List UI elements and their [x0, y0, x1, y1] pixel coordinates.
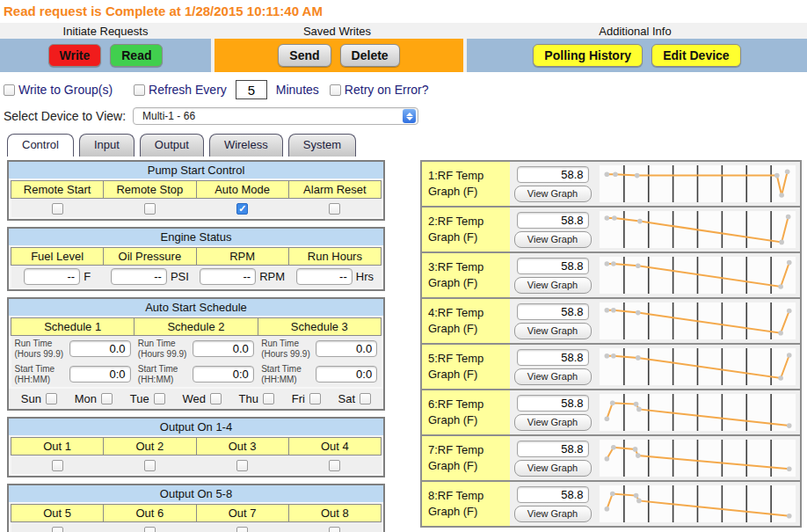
rf-temp-row: 4:RF Temp Graph (F)View Graph — [420, 297, 802, 345]
rpm-input[interactable] — [200, 268, 256, 285]
day-sun-checkbox[interactable] — [46, 393, 57, 404]
schedule1-run-time-input[interactable] — [69, 340, 131, 357]
write-button[interactable]: Write — [48, 44, 102, 67]
auto-mode-checkbox[interactable] — [236, 203, 248, 215]
day-wed-checkbox[interactable] — [210, 393, 222, 404]
tab-output[interactable]: Output — [140, 134, 204, 157]
rf-row-controls: View Graph — [510, 436, 595, 480]
rf-row-label: 2:RF Temp Graph (F) — [422, 208, 510, 251]
rf-sparkline — [600, 440, 796, 477]
write-to-groups-checkbox[interactable] — [4, 84, 15, 96]
view-graph-button[interactable]: View Graph — [514, 231, 592, 248]
rf-row-label: 3:RF Temp Graph (F) — [422, 253, 510, 297]
rf-temp-value-input[interactable] — [517, 166, 589, 183]
schedule1-start-time-input[interactable] — [69, 366, 131, 383]
run-time-label: Run Time(Hours 99.9) — [15, 339, 66, 359]
day-wed-label: Wed — [182, 392, 206, 405]
send-button[interactable]: Send — [278, 44, 331, 67]
rf-sparkline — [600, 257, 796, 294]
rf-sparkline-cell — [595, 390, 800, 434]
rf-row-label: 7:RF Temp Graph (F) — [422, 436, 510, 480]
column-header: Remote Stop — [104, 181, 196, 199]
column-header: Run Hours — [288, 248, 381, 266]
remote-start-checkbox[interactable] — [52, 203, 63, 215]
rf-temp-row: 1:RF Temp Graph (F)View Graph — [420, 160, 802, 208]
start-time-label: Start Time(HH:MM) — [261, 364, 312, 384]
rf-row-controls: View Graph — [510, 482, 595, 526]
view-graph-button[interactable]: View Graph — [514, 460, 592, 477]
oil-pressure-unit: PSI — [171, 270, 189, 283]
rf-sparkline — [600, 348, 796, 385]
alarm-reset-checkbox[interactable] — [329, 203, 340, 215]
out2-checkbox[interactable] — [144, 460, 156, 471]
day-thu-checkbox[interactable] — [263, 393, 274, 404]
fuel-level-input[interactable] — [24, 268, 80, 285]
rf-temp-value-input[interactable] — [517, 395, 589, 412]
oil-pressure-input[interactable] — [111, 268, 167, 285]
out5-checkbox[interactable] — [52, 527, 63, 532]
rf-temp-value-input[interactable] — [517, 212, 589, 229]
schedule3-run-time-input[interactable] — [316, 340, 377, 357]
rf-temp-row: 6:RF Temp Graph (F)View Graph — [420, 389, 802, 436]
rf-temp-value-input[interactable] — [517, 349, 589, 366]
column-header: Schedule 1 — [11, 318, 134, 336]
retry-on-error-checkbox[interactable] — [330, 84, 341, 96]
tab-system[interactable]: System — [288, 134, 356, 157]
day-sat-label: Sat — [338, 392, 356, 405]
rf-sparkline-cell — [595, 299, 800, 343]
rf-temp-value-input[interactable] — [517, 258, 589, 274]
action-bar: Write Read Send Delete Polling History E… — [0, 39, 807, 72]
start-time-label: Start Time(HH:MM) — [15, 364, 66, 384]
initiate-requests-header: Initiate Requests — [0, 25, 211, 38]
schedule2-start-time-input[interactable] — [193, 366, 254, 383]
additional-info-header: Additional Info — [463, 25, 807, 38]
day-sat-checkbox[interactable] — [360, 393, 371, 404]
day-tue-checkbox[interactable] — [154, 393, 165, 404]
polling-history-button[interactable]: Polling History — [533, 44, 643, 67]
tab-control[interactable]: Control — [7, 134, 74, 157]
delete-button[interactable]: Delete — [340, 44, 400, 67]
out1-checkbox[interactable] — [52, 460, 63, 471]
schedule2-run-time-input[interactable] — [193, 340, 254, 357]
column-header: Out 3 — [196, 438, 288, 455]
view-graph-button[interactable]: View Graph — [514, 368, 592, 385]
out4-checkbox[interactable] — [329, 460, 340, 471]
rf-temp-value-input[interactable] — [517, 486, 589, 503]
device-select[interactable]: Multi-1 - 66 — [133, 107, 418, 125]
day-thu-label: Thu — [239, 392, 258, 405]
view-graph-button[interactable]: View Graph — [514, 186, 592, 202]
column-header: Schedule 3 — [258, 318, 381, 336]
rf-temp-value-input[interactable] — [517, 303, 589, 320]
view-graph-button[interactable]: View Graph — [514, 506, 592, 522]
rf-sparkline-cell — [595, 482, 800, 526]
tab-wireless[interactable]: Wireless — [209, 134, 283, 157]
day-mon-checkbox[interactable] — [101, 393, 113, 404]
view-graph-button[interactable]: View Graph — [514, 414, 592, 431]
rf-temp-value-input[interactable] — [517, 441, 589, 457]
day-fri-checkbox[interactable] — [309, 393, 321, 404]
run-time-label: Run Time(Hours 99.9) — [261, 339, 312, 359]
run-hours-unit: Hrs — [356, 270, 374, 283]
schedule3-start-time-input[interactable] — [316, 366, 377, 383]
view-graph-button[interactable]: View Graph — [514, 323, 592, 339]
minutes-label: Minutes — [276, 83, 319, 97]
read-button[interactable]: Read — [110, 44, 163, 67]
remote-stop-checkbox[interactable] — [144, 203, 156, 215]
column-header: Out 2 — [104, 438, 196, 455]
rf-row-label: 6:RF Temp Graph (F) — [422, 390, 510, 434]
view-graph-button[interactable]: View Graph — [514, 277, 592, 294]
write-to-groups-label: Write to Group(s) — [18, 83, 113, 97]
refresh-every-checkbox[interactable] — [134, 84, 145, 96]
out7-checkbox[interactable] — [236, 527, 248, 532]
edit-device-button[interactable]: Edit Device — [651, 44, 740, 67]
tab-bar: Control Input Output Wireless System — [7, 134, 807, 157]
refresh-minutes-input[interactable] — [236, 80, 267, 99]
out8-checkbox[interactable] — [329, 527, 340, 532]
device-select-row: Select Device to View: Multi-1 - 66 — [4, 106, 807, 126]
rf-temp-row: 3:RF Temp Graph (F)View Graph — [420, 251, 802, 299]
tab-input[interactable]: Input — [79, 134, 134, 157]
out6-checkbox[interactable] — [144, 527, 156, 532]
run-hours-input[interactable] — [296, 268, 353, 285]
column-header: Fuel Level — [11, 248, 104, 266]
out3-checkbox[interactable] — [236, 460, 248, 471]
